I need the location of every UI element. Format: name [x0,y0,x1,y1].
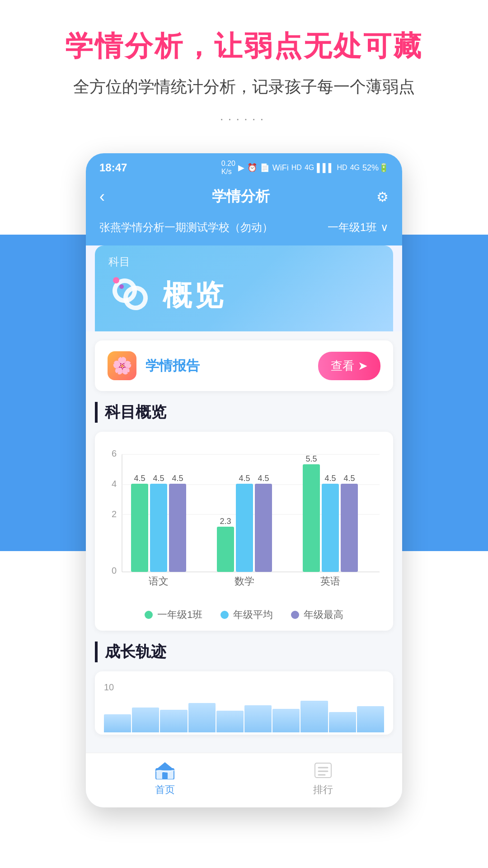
svg-text:2: 2 [112,509,117,519]
report-icon: 🌸 [108,351,136,380]
growth-bars [104,696,384,732]
growth-bar-10 [357,706,384,732]
chart-container: 6 4 2 0 4.5 [95,432,393,631]
legend-dot-class [145,611,153,619]
school-name: 张燕学情分析一期测试学校（勿动） [99,220,273,235]
rank-icon [310,760,336,780]
growth-section: 成长轨迹 10 [95,642,393,744]
phone-area: 18:47 0.20K/s ▶ ⏰ 📄 WiFi HD 4G ▌▌▌ HD 4G… [0,153,488,807]
settings-icon[interactable]: ⚙ [376,189,389,205]
battery: 52%🔋 [362,163,389,173]
dots-decoration: ······ [18,112,470,126]
subject-card-main: 概览 [108,273,380,318]
school-bar: 张燕学情分析一期测试学校（勿动） 一年级1班 ∨ [86,216,402,245]
view-button[interactable]: 查看 ➤ [318,352,380,380]
subject-icon [108,273,154,318]
report-left: 🌸 学情报告 [108,351,200,380]
svg-text:英语: 英语 [320,576,340,587]
bar-yingyu-max [341,484,358,572]
chart-legend: 一年级1班 年级平均 年级最高 [104,608,384,622]
subject-title: 概览 [163,276,226,315]
bar-yuwen-max [169,484,186,572]
play-icon: ▶ [238,163,244,173]
arrow-right-icon: ➤ [358,359,368,373]
4g-label2: 4G [350,164,360,172]
subject-card: 科目 概览 [95,245,393,331]
blue-bg-left [0,235,99,551]
svg-point-1 [122,284,149,311]
phone-mockup: 18:47 0.20K/s ▶ ⏰ 📄 WiFi HD 4G ▌▌▌ HD 4G… [86,153,402,807]
legend-label-max: 年级最高 [304,608,343,622]
legend-label-class: 一年级1班 [157,608,202,622]
home-icon [152,760,178,780]
bar-yuwen-avg [150,484,167,572]
class-name: 一年级1班 [328,220,377,235]
svg-text:4: 4 [112,479,117,489]
alarm-icon: ⏰ [247,163,257,173]
legend-dot-avg [221,611,229,619]
subject-label: 科目 [108,255,380,269]
svg-text:语文: 语文 [149,576,169,587]
growth-bar-5 [216,711,244,732]
svg-text:2.3: 2.3 [220,517,231,526]
growth-bar-8 [300,701,328,732]
main-title: 学情分析，让弱点无处可藏 [18,27,470,65]
doc-icon: 📄 [260,163,270,173]
network-speed: 0.20K/s [221,160,235,176]
report-card: 🌸 学情报告 查看 ➤ [95,340,393,391]
rank-svg [312,761,334,779]
legend-dot-max [291,611,299,619]
svg-rect-25 [162,772,168,779]
flower-icon: 🌸 [112,356,132,375]
dot-purple [119,284,124,289]
4g-label: 4G [305,164,314,172]
blue-bg-right [389,235,488,551]
dot-pink [113,277,119,283]
status-icons: 0.20K/s ▶ ⏰ 📄 WiFi HD 4G ▌▌▌ HD 4G 52%🔋 [221,160,389,176]
bar-yingyu-class [303,464,320,572]
svg-text:5.5: 5.5 [305,454,317,463]
bar-chart-svg: 6 4 2 0 4.5 [104,445,384,599]
subject-overview-section: 科目概览 6 4 2 0 [95,402,393,631]
svg-text:4.5: 4.5 [134,474,145,483]
sub-title: 全方位的学情统计分析，记录孩子每一个薄弱点 [18,76,470,98]
main-content: 🌸 学情报告 查看 ➤ 科目概览 [86,331,402,753]
growth-bar-3 [160,710,187,732]
class-selector[interactable]: 一年级1班 ∨ [328,220,389,235]
nav-item-home[interactable]: 首页 [152,760,178,797]
back-button[interactable]: ‹ [99,187,105,206]
top-section: 学情分析，让弱点无处可藏 全方位的学情统计分析，记录孩子每一个薄弱点 ·····… [0,0,488,153]
nav-item-rank[interactable]: 排行 [310,760,336,797]
svg-text:4.5: 4.5 [343,474,355,483]
legend-class: 一年级1班 [145,608,202,622]
growth-bar-7 [272,709,300,732]
nav-bar: ‹ 学情分析 ⚙ [86,179,402,216]
nav-label-home: 首页 [155,783,175,797]
legend-label-avg: 年级平均 [233,608,273,622]
growth-chart: 10 [95,671,393,735]
legend-max: 年级最高 [291,608,343,622]
svg-text:4.5: 4.5 [258,474,269,483]
growth-bar-9 [329,712,356,732]
hd-label: HD [291,164,302,172]
growth-y-label: 10 [104,682,384,693]
bar-shuxue-avg [236,484,253,572]
bar-shuxue-max [255,484,272,572]
nav-label-rank: 排行 [313,783,333,797]
chevron-down-icon: ∨ [380,221,389,234]
growth-bar-2 [132,708,159,732]
bar-yuwen-class [131,484,148,572]
wifi-icon: WiFi [272,163,289,173]
subject-section-title: 科目概览 [95,402,393,423]
svg-text:4.5: 4.5 [172,474,183,483]
report-label: 学情报告 [145,357,200,375]
legend-avg: 年级平均 [221,608,273,622]
bottom-nav: 首页 排行 [86,753,402,807]
svg-text:0: 0 [112,566,117,576]
svg-text:4.5: 4.5 [239,474,250,483]
growth-bar-6 [244,705,272,732]
growth-bar-1 [104,714,131,732]
svg-text:4.5: 4.5 [153,474,164,483]
hd-label2: HD [337,164,347,172]
home-svg [154,761,176,779]
